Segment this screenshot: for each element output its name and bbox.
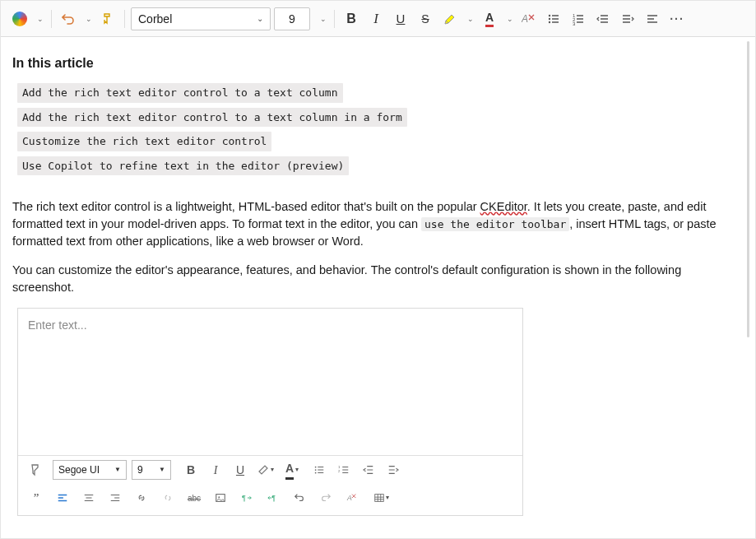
highlight-button[interactable] [439, 7, 461, 30]
inner-editor-body[interactable]: Enter text... [18, 309, 522, 455]
indent-icon[interactable] [382, 459, 405, 481]
copilot-chevron[interactable]: ⌄ [34, 7, 45, 30]
bold-icon[interactable]: B [179, 459, 202, 481]
table-icon[interactable]: ▾ [367, 487, 395, 509]
font-family-value: Corbel [138, 12, 172, 26]
editor-content[interactable]: In this article Add the rich text editor… [1, 37, 755, 538]
inner-font-select[interactable]: Segoe UI▼ [53, 460, 127, 480]
svg-point-13 [218, 496, 220, 498]
svg-text:¶: ¶ [242, 494, 246, 502]
toc-item[interactable]: Customize the rich text editor control [17, 132, 271, 151]
placeholder-text: Enter text... [28, 318, 87, 332]
rtl-icon[interactable]: ¶ [262, 487, 285, 509]
align-left-icon[interactable] [51, 487, 74, 509]
svg-point-1 [549, 14, 550, 16]
toc-item[interactable]: Add the rich text editor control to a te… [17, 108, 407, 128]
align-right-icon[interactable] [104, 487, 127, 509]
toc-item[interactable]: Add the rich text editor control to a te… [17, 83, 343, 103]
svg-point-9 [315, 472, 317, 474]
paragraph-1: The rich text editor control is a lightw… [12, 198, 744, 250]
chevron-down-icon: ⌄ [257, 14, 263, 23]
svg-text:A: A [346, 494, 352, 502]
scrollbar[interactable] [747, 41, 749, 337]
svg-text:3: 3 [573, 21, 576, 26]
font-size-select[interactable]: 9 [274, 7, 310, 30]
toc-item[interactable]: Use Copilot to refine text in the editor… [17, 156, 349, 176]
strikethrough-button[interactable]: S [415, 7, 436, 30]
svg-text:A: A [522, 13, 528, 25]
align-center-icon[interactable] [77, 487, 100, 509]
paragraph-2: You can customize the editor's appearanc… [12, 262, 744, 296]
number-list-button[interactable]: 123 [568, 7, 589, 30]
svg-rect-17 [374, 495, 383, 502]
font-color-icon[interactable]: A▾ [278, 459, 306, 481]
bold-button[interactable]: B [341, 7, 362, 30]
font-color-button[interactable]: A [479, 7, 500, 30]
svg-point-8 [315, 469, 317, 471]
svg-point-7 [315, 467, 317, 468]
format-painter-icon[interactable] [25, 459, 48, 481]
ltr-icon[interactable]: ¶ [235, 487, 258, 509]
inline-code: use the editor toolbar [421, 217, 569, 231]
bullet-list-icon[interactable] [308, 459, 331, 481]
inner-toolbar-row2: ” abc ¶ ¶ [18, 484, 522, 515]
image-icon[interactable] [209, 487, 232, 509]
font-size-chevron[interactable]: ⌄ [317, 7, 328, 30]
align-button[interactable] [642, 7, 663, 30]
unlink-icon[interactable] [156, 487, 179, 509]
number-list-icon[interactable]: 12 [332, 459, 355, 481]
indent-button[interactable] [617, 7, 638, 30]
font-family-select[interactable]: Corbel ⌄ [131, 7, 271, 30]
clear-format-icon[interactable]: A [341, 487, 364, 509]
toc-list: Add the rich text editor control to a te… [17, 83, 744, 180]
spellcheck-word[interactable]: CKEditor [480, 200, 527, 213]
clear-format-button[interactable]: A [518, 7, 540, 30]
format-painter-button[interactable] [97, 7, 118, 30]
highlight-chevron[interactable]: ⌄ [464, 7, 475, 30]
more-button[interactable]: ··· [666, 7, 688, 30]
underline-button[interactable]: U [390, 7, 411, 30]
outdent-button[interactable] [592, 7, 614, 30]
inner-toolbar-row1: Segoe UI▼ 9▼ B I U ▾ A▾ 12 [18, 455, 522, 484]
underline-icon[interactable]: U [229, 459, 252, 481]
strike-icon[interactable]: abc [183, 487, 206, 509]
svg-text:¶: ¶ [271, 494, 276, 502]
redo-icon[interactable] [314, 487, 337, 509]
italic-button[interactable]: I [365, 7, 387, 30]
svg-text:2: 2 [338, 469, 341, 473]
inner-editor: Enter text... Segoe UI▼ 9▼ B I U ▾ A▾ [17, 308, 523, 516]
inner-size-select[interactable]: 9▼ [132, 460, 171, 480]
font-size-value: 9 [289, 12, 295, 26]
outdent-icon[interactable] [357, 459, 380, 481]
svg-point-2 [549, 17, 550, 19]
link-icon[interactable] [130, 487, 153, 509]
font-color-chevron[interactable]: ⌄ [503, 7, 515, 30]
highlight-icon[interactable]: ▾ [253, 459, 276, 481]
copilot-button[interactable] [9, 7, 30, 30]
undo-icon[interactable] [288, 487, 311, 509]
svg-point-3 [549, 21, 550, 22]
undo-chevron[interactable]: ⌄ [82, 7, 94, 30]
italic-icon[interactable]: I [204, 459, 227, 481]
section-title: In this article [12, 53, 744, 73]
bullet-list-button[interactable] [543, 7, 564, 30]
editor-toolbar: ⌄ ⌄ Corbel ⌄ 9 ⌄ B I U S ⌄ A ⌄ A 123 [1, 1, 755, 37]
undo-button[interactable] [58, 7, 79, 30]
quote-icon[interactable]: ” [25, 487, 48, 509]
